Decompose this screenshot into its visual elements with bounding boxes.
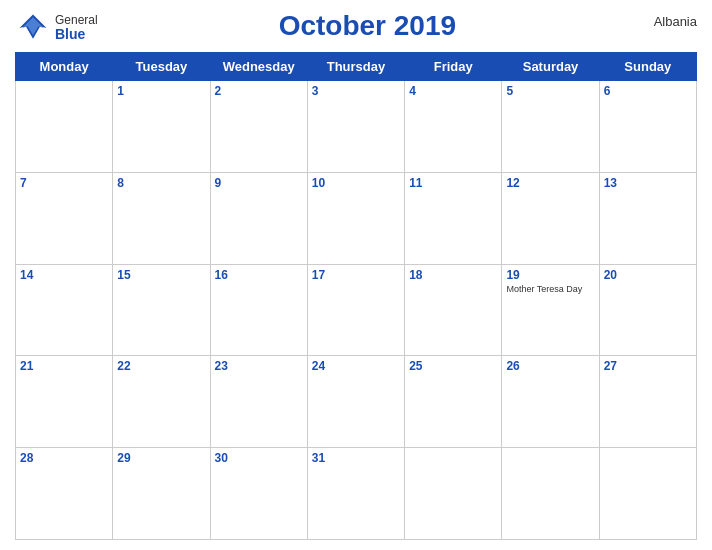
week-row-1: 1 2 3 4 5 6 [16,81,697,173]
cell-w4-tue: 22 [113,356,210,448]
date-12: 12 [506,176,594,190]
header-thursday: Thursday [307,53,404,81]
country-label: Albania [637,10,697,29]
cell-w1-sat: 5 [502,81,599,173]
title-area: October 2019 [98,10,637,42]
date-14: 14 [20,268,108,282]
date-6: 6 [604,84,692,98]
cell-w4-fri: 25 [405,356,502,448]
date-17: 17 [312,268,400,282]
cell-w2-sat: 12 [502,172,599,264]
header: General Blue October 2019 Albania [15,10,697,46]
date-19: 19 [506,268,594,282]
date-16: 16 [215,268,303,282]
logo: General Blue [15,10,98,46]
header-tuesday: Tuesday [113,53,210,81]
cell-w4-wed: 23 [210,356,307,448]
date-22: 22 [117,359,205,373]
date-9: 9 [215,176,303,190]
cell-w3-wed: 16 [210,264,307,356]
cell-w5-sat [502,448,599,540]
date-18: 18 [409,268,497,282]
date-8: 8 [117,176,205,190]
cell-w4-thu: 24 [307,356,404,448]
date-13: 13 [604,176,692,190]
cell-w2-mon: 7 [16,172,113,264]
svg-marker-1 [22,17,44,35]
date-4: 4 [409,84,497,98]
date-10: 10 [312,176,400,190]
cell-w3-thu: 17 [307,264,404,356]
logo-text: General Blue [55,14,98,43]
cell-w5-sun [599,448,696,540]
cell-w1-sun: 6 [599,81,696,173]
cell-w3-mon: 14 [16,264,113,356]
cell-w3-sat: 19 Mother Teresa Day [502,264,599,356]
cell-w3-tue: 15 [113,264,210,356]
date-27: 27 [604,359,692,373]
logo-icon [15,10,51,46]
cell-w1-mon [16,81,113,173]
page: General Blue October 2019 Albania Monday… [0,0,712,550]
week-row-3: 14 15 16 17 18 19 Mother Teresa Day 20 [16,264,697,356]
date-7: 7 [20,176,108,190]
week-row-4: 21 22 23 24 25 26 27 [16,356,697,448]
date-21: 21 [20,359,108,373]
date-26: 26 [506,359,594,373]
header-wednesday: Wednesday [210,53,307,81]
calendar-title: October 2019 [279,10,456,41]
cell-w4-mon: 21 [16,356,113,448]
cell-w4-sun: 27 [599,356,696,448]
header-sunday: Sunday [599,53,696,81]
cell-w5-tue: 29 [113,448,210,540]
cell-w2-wed: 9 [210,172,307,264]
header-friday: Friday [405,53,502,81]
date-2: 2 [215,84,303,98]
cell-w5-wed: 30 [210,448,307,540]
week-row-2: 7 8 9 10 11 12 13 [16,172,697,264]
cell-w2-tue: 8 [113,172,210,264]
cell-w1-tue: 1 [113,81,210,173]
date-1: 1 [117,84,205,98]
week-row-5: 28 29 30 31 [16,448,697,540]
cell-w1-wed: 2 [210,81,307,173]
logo-general-label: General [55,14,98,27]
date-11: 11 [409,176,497,190]
date-31: 31 [312,451,400,465]
cell-w2-sun: 13 [599,172,696,264]
date-28: 28 [20,451,108,465]
cell-w3-fri: 18 [405,264,502,356]
date-5: 5 [506,84,594,98]
date-20: 20 [604,268,692,282]
cell-w4-sat: 26 [502,356,599,448]
cell-w3-sun: 20 [599,264,696,356]
cell-w5-mon: 28 [16,448,113,540]
header-monday: Monday [16,53,113,81]
cell-w2-thu: 10 [307,172,404,264]
date-25: 25 [409,359,497,373]
logo-blue-label: Blue [55,27,98,42]
holiday-mother-teresa: Mother Teresa Day [506,284,594,295]
date-23: 23 [215,359,303,373]
cell-w1-thu: 3 [307,81,404,173]
weekday-header-row: Monday Tuesday Wednesday Thursday Friday… [16,53,697,81]
calendar-table: Monday Tuesday Wednesday Thursday Friday… [15,52,697,540]
cell-w5-thu: 31 [307,448,404,540]
cell-w2-fri: 11 [405,172,502,264]
date-24: 24 [312,359,400,373]
date-29: 29 [117,451,205,465]
date-15: 15 [117,268,205,282]
cell-w5-fri [405,448,502,540]
date-3: 3 [312,84,400,98]
date-30: 30 [215,451,303,465]
cell-w1-fri: 4 [405,81,502,173]
header-saturday: Saturday [502,53,599,81]
